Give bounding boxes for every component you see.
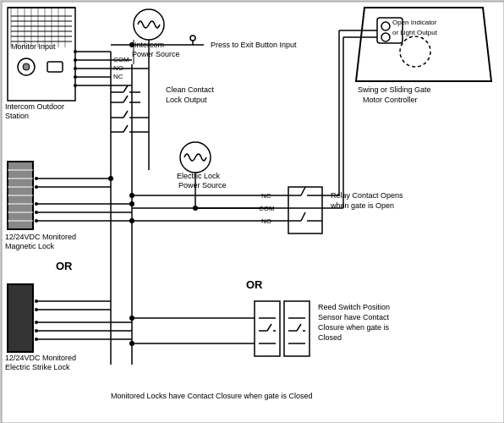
svg-text:Power Source: Power Source <box>132 50 180 58</box>
svg-text:or Light Output: or Light Output <box>392 29 438 36</box>
svg-text:OR: OR <box>246 278 263 291</box>
svg-rect-20 <box>47 62 63 72</box>
svg-text:Closure when gate is: Closure when gate is <box>318 323 390 332</box>
svg-point-149 <box>129 316 134 321</box>
svg-text:NO: NO <box>113 64 123 72</box>
svg-text:Power Source: Power Source <box>178 181 227 190</box>
wiring-diagram: Monitor Input Intercom Outdoor Station 1… <box>0 0 504 423</box>
svg-rect-87 <box>288 187 322 233</box>
svg-point-140 <box>108 176 113 181</box>
svg-text:Press to Exit Button Input: Press to Exit Button Input <box>211 41 297 49</box>
svg-text:Station: Station <box>5 112 29 120</box>
svg-point-60 <box>190 36 195 41</box>
svg-text:Relay Contact Opens: Relay Contact Opens <box>331 191 403 200</box>
svg-text:Reed Switch Position: Reed Switch Position <box>318 303 390 311</box>
svg-point-123 <box>400 36 430 67</box>
svg-point-133 <box>129 193 134 198</box>
svg-text:Sensor have Contact: Sensor have Contact <box>318 313 390 321</box>
svg-point-122 <box>381 33 390 41</box>
svg-text:12/24VDC Monitored: 12/24VDC Monitored <box>5 233 76 241</box>
svg-text:COM: COM <box>113 56 129 63</box>
svg-point-150 <box>129 341 134 346</box>
svg-point-141 <box>129 201 134 206</box>
svg-text:Clean Contact: Clean Contact <box>166 85 215 94</box>
svg-point-121 <box>381 22 390 30</box>
svg-rect-45 <box>8 284 33 352</box>
svg-text:Swing or Sliding Gate: Swing or Sliding Gate <box>358 85 431 94</box>
svg-rect-105 <box>284 301 310 356</box>
svg-text:NC: NC <box>113 73 123 80</box>
svg-text:OR: OR <box>56 260 73 272</box>
svg-point-159 <box>193 206 198 211</box>
svg-text:Monitored Locks have Contact C: Monitored Locks have Contact Closure whe… <box>111 392 313 400</box>
svg-text:Lock Output: Lock Output <box>166 96 207 104</box>
svg-text:12/24VDC Monitored: 12/24VDC Monitored <box>5 354 76 362</box>
svg-text:Electric Lock: Electric Lock <box>177 172 221 180</box>
monitor-input-label: Monitor Input <box>11 42 56 51</box>
svg-text:Intercom Outdoor: Intercom Outdoor <box>5 102 64 111</box>
svg-text:Closed: Closed <box>318 333 342 342</box>
svg-text:Open Indicator: Open Indicator <box>392 19 437 26</box>
svg-text:Electric Strike Lock: Electric Strike Lock <box>5 363 70 371</box>
svg-rect-104 <box>255 301 280 356</box>
svg-text:Magnetic Lock: Magnetic Lock <box>5 242 55 250</box>
svg-text:Motor Controller: Motor Controller <box>363 96 418 104</box>
svg-point-19 <box>23 63 30 70</box>
